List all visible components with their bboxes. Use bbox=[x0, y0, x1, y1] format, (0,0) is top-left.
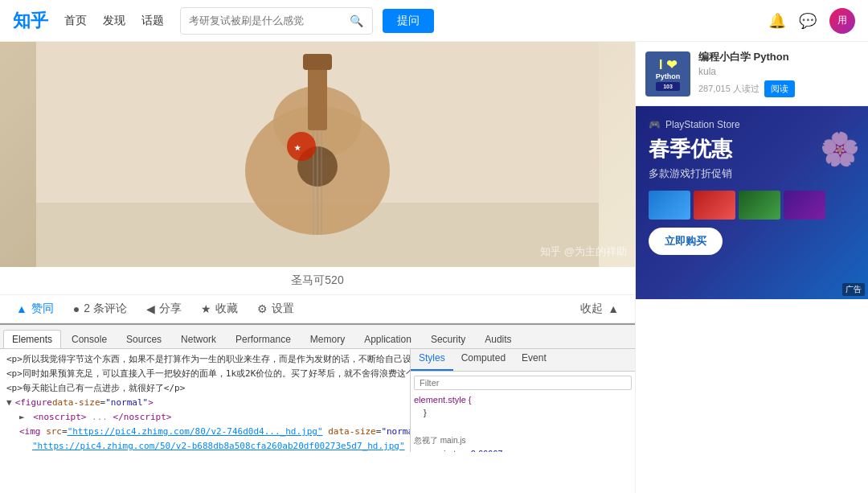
devtools-styles-panel: Styles Computed Event element.style { } … bbox=[410, 349, 635, 452]
ps-game-2 bbox=[694, 191, 735, 220]
ps-games-row bbox=[649, 191, 855, 220]
book-reads: 287,015 人读过 bbox=[698, 83, 760, 95]
ps-game-1 bbox=[649, 191, 690, 220]
tab-audits[interactable]: Audits bbox=[476, 330, 520, 348]
search-icon[interactable]: 🔍 bbox=[350, 14, 363, 27]
tab-memory[interactable]: Memory bbox=[301, 330, 354, 348]
style-rule-file: 忽视了 main.js margin-top: 0.66667em; paddi… bbox=[414, 433, 632, 452]
ps-banner-content: 🎮 PlayStation Store 🌸 春季优惠 多款游戏打折促销 立即购买 bbox=[636, 106, 868, 268]
code-line: <p>同时如果预算充足，可以直接入手一把较好的面单，1k或2K价位的。买了好琴后… bbox=[0, 367, 410, 381]
filter-input[interactable] bbox=[414, 376, 632, 390]
nav-discover[interactable]: 发现 bbox=[103, 14, 125, 28]
like-icon: ▲ bbox=[16, 302, 27, 315]
devtools-tabs: Elements Console Sources Network Perform… bbox=[0, 325, 635, 349]
ask-button[interactable]: 提问 bbox=[383, 9, 434, 33]
notification-icon[interactable]: 🔔 bbox=[768, 12, 786, 30]
code-line: ► <noscript> ... </noscript> bbox=[0, 410, 410, 425]
guitar-illustration: ★ bbox=[0, 42, 635, 267]
comments-action[interactable]: ● 2 条评论 bbox=[73, 302, 127, 316]
navbar: 知乎 首页 发现 话题 🔍 提问 🔔 💬 用 bbox=[0, 0, 868, 42]
action-bar: ▲ 赞同 ● 2 条评论 ◀ 分享 ★ 收藏 ⚙ 设置 收起 ▲ bbox=[0, 294, 635, 323]
devtools-panel: Elements Console Sources Network Perform… bbox=[0, 323, 635, 452]
tab-computed[interactable]: Computed bbox=[453, 349, 514, 371]
book-card: I ❤ Python 103 编程小白学 Python kula 287,015… bbox=[636, 42, 868, 106]
tab-security[interactable]: Security bbox=[422, 330, 474, 348]
share-icon: ◀ bbox=[146, 302, 155, 315]
ad-badge: 广告 bbox=[842, 283, 865, 296]
chevron-up-icon: ▲ bbox=[608, 302, 619, 315]
ps-logo: 🎮 PlayStation Store bbox=[649, 119, 855, 130]
settings-action[interactable]: ⚙ 设置 bbox=[257, 302, 294, 316]
book-thumbnail: I ❤ Python 103 bbox=[645, 51, 690, 97]
ps-subtitle: 多款游戏打折促销 bbox=[649, 166, 855, 181]
code-line: "https://pic4.zhimg.com/50/v2-b688db8a50… bbox=[0, 439, 410, 452]
nav-topics[interactable]: 话题 bbox=[141, 14, 164, 28]
watermark: 知乎 @为主的祥助 bbox=[540, 244, 627, 259]
collect-label: 收藏 bbox=[215, 302, 238, 316]
book-info: 编程小白学 Python kula 287,015 人读过 阅读 bbox=[698, 50, 858, 97]
svg-text:★: ★ bbox=[294, 144, 301, 152]
tab-styles[interactable]: Styles bbox=[411, 349, 453, 371]
style-rule-element: element.style { } bbox=[414, 393, 632, 419]
tab-event[interactable]: Event bbox=[514, 349, 555, 371]
nav-home[interactable]: 首页 bbox=[64, 14, 87, 28]
code-line: <img src="https://pic4.zhimg.com/80/v2-7… bbox=[0, 425, 410, 439]
tab-sources[interactable]: Sources bbox=[117, 330, 170, 348]
comment-icon: ● bbox=[73, 302, 80, 315]
svg-rect-9 bbox=[303, 54, 332, 70]
tab-network[interactable]: Network bbox=[172, 330, 225, 348]
ps-banner[interactable]: 🎮 PlayStation Store 🌸 春季优惠 多款游戏打折促销 立即购买… bbox=[636, 106, 868, 299]
like-action[interactable]: ▲ 赞同 bbox=[16, 302, 54, 316]
search-bar: 🔍 bbox=[180, 7, 373, 35]
tab-elements[interactable]: Elements bbox=[3, 330, 61, 348]
article-image: ★ 知乎 @为主的祥助 bbox=[0, 42, 635, 267]
devtools-body: <p>所以我觉得字节这个东西，如果不是打算作为一生的职业来生存，而是作为发财的话… bbox=[0, 349, 635, 452]
devtools-right-body: element.style { } 忽视了 main.js margin-top… bbox=[411, 372, 635, 452]
devtools-code-panel[interactable]: <p>所以我觉得字节这个东西，如果不是打算作为一生的职业来生存，而是作为发财的话… bbox=[0, 349, 410, 452]
logo[interactable]: 知乎 bbox=[13, 9, 48, 33]
svg-point-10 bbox=[287, 132, 316, 161]
code-line: ▼ <figure data-size = "normal" > bbox=[0, 396, 410, 410]
main-container: ★ 知乎 @为主的祥助 圣马可520 ▲ 赞同 ● 2 条评论 ◀ 分享 ★ 收… bbox=[0, 42, 868, 493]
code-line: <p>所以我觉得字节这个东西，如果不是打算作为一生的职业来生存，而是作为发财的话… bbox=[0, 352, 410, 367]
gear-icon: ⚙ bbox=[257, 302, 268, 315]
tab-application[interactable]: Application bbox=[355, 330, 420, 348]
ps-icon: 🎮 bbox=[649, 119, 661, 130]
code-line: <p>每天能让自己有一点进步，就很好了</p> bbox=[0, 381, 410, 396]
content-area: ★ 知乎 @为主的祥助 圣马可520 ▲ 赞同 ● 2 条评论 ◀ 分享 ★ 收… bbox=[0, 42, 635, 493]
ps-game-3 bbox=[739, 191, 780, 220]
ps-buy-button[interactable]: 立即购买 bbox=[649, 228, 723, 255]
right-sidebar: I ❤ Python 103 编程小白学 Python kula 287,015… bbox=[635, 42, 868, 493]
avatar[interactable]: 用 bbox=[829, 8, 855, 34]
devtools-right-tabs: Styles Computed Event bbox=[411, 349, 635, 372]
share-label: 分享 bbox=[159, 302, 182, 316]
image-caption: 圣马可520 bbox=[0, 267, 635, 294]
star-icon: ★ bbox=[201, 302, 211, 315]
collapse-action[interactable]: 收起 ▲ bbox=[580, 302, 619, 316]
nav-right: 🔔 💬 用 bbox=[768, 8, 855, 34]
book-stats: 287,015 人读过 阅读 bbox=[698, 80, 858, 97]
settings-label: 设置 bbox=[272, 302, 294, 316]
like-label: 赞同 bbox=[31, 302, 54, 316]
comments-label: 2 条评论 bbox=[84, 302, 127, 316]
ps-game-4 bbox=[784, 191, 825, 220]
message-icon[interactable]: 💬 bbox=[799, 12, 817, 30]
search-input[interactable] bbox=[189, 14, 350, 27]
collect-action[interactable]: ★ 收藏 bbox=[201, 302, 238, 316]
read-button[interactable]: 阅读 bbox=[764, 80, 795, 97]
cherry-blossom-decoration: 🌸 bbox=[820, 130, 860, 168]
tab-performance[interactable]: Performance bbox=[227, 330, 300, 348]
tab-console[interactable]: Console bbox=[63, 330, 116, 348]
guitar-background: ★ 知乎 @为主的祥助 bbox=[0, 42, 635, 267]
book-author: kula bbox=[698, 66, 858, 77]
book-title: 编程小白学 Python bbox=[698, 50, 858, 64]
share-action[interactable]: ◀ 分享 bbox=[146, 302, 182, 316]
nav-links: 首页 发现 话题 bbox=[64, 14, 164, 28]
collapse-label: 收起 bbox=[580, 302, 603, 316]
